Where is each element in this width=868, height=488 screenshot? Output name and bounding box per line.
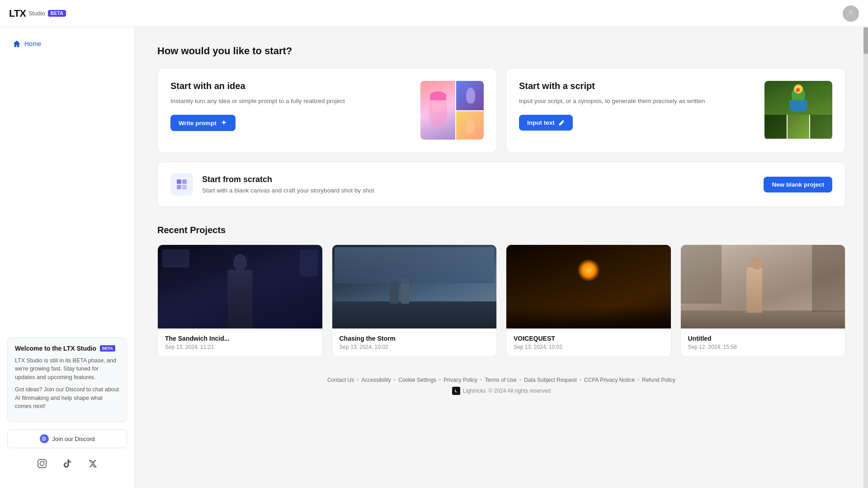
tiktok-icon[interactable] (59, 455, 75, 472)
script-thumb-1 (764, 115, 787, 139)
scratch-desc: Start with a blank canvas and craft your… (202, 187, 755, 194)
project-thumb-1 (332, 245, 497, 328)
page-heading: How would you like to start? (157, 45, 845, 57)
welcome-beta-badge: BETA (100, 345, 115, 352)
footer-copyright: © 2024 All rights reserved (489, 388, 551, 394)
logo-ltx-text: LTX (9, 8, 26, 19)
logo-beta-badge: BETA (48, 10, 66, 17)
project-thumb-0 (158, 245, 322, 328)
write-prompt-button[interactable]: Write prompt (170, 115, 236, 131)
lightricks-icon: L (452, 387, 460, 395)
start-idea-desc: Instantly turn any idea or simple prompt… (170, 97, 413, 106)
social-icons (7, 455, 127, 472)
discord-label: Join our Discord (52, 436, 95, 442)
new-blank-project-button[interactable]: New blank project (764, 177, 832, 192)
footer-links: Contact Us • Accessibility • Cookie Sett… (168, 377, 835, 383)
sidebar-bottom: Welcome to the LTX Studio BETA LTX Studi… (0, 330, 134, 479)
projects-grid: The Sandwich Incid... Sep 13, 2024, 11:2… (157, 244, 845, 357)
edit-icon (558, 120, 565, 126)
logo[interactable]: LTX Studio BETA (9, 8, 66, 19)
welcome-text-2: Got ideas? Join our Discord to chat abou… (15, 385, 119, 411)
page-footer: Contact Us • Accessibility • Cookie Sett… (157, 366, 845, 406)
footer-brand-name: Lightricks (463, 388, 486, 394)
logo-studio-text: Studio (28, 10, 45, 17)
project-name-0: The Sandwich Incid... (165, 335, 315, 342)
footer-link-accessibility[interactable]: Accessibility (361, 377, 391, 383)
welcome-title: Welcome to the LTX Studio BETA (15, 345, 119, 352)
main-layout: Home Welcome to the LTX Studio BETA LTX … (0, 0, 868, 488)
idea-img-sm1 (456, 81, 484, 110)
start-idea-image (420, 81, 484, 140)
start-script-image (764, 81, 832, 140)
twitter-x-icon[interactable] (85, 455, 101, 472)
project-card-1[interactable]: Chasing the Storm Sep 13, 2024, 10:02 (332, 244, 497, 357)
footer-brand: L Lightricks © 2024 All rights reserved (168, 387, 835, 395)
start-script-content: Start with a script Input your script, o… (519, 81, 757, 140)
project-date-2: Sep 13, 2024, 10:02 (514, 344, 664, 350)
footer-link-refund[interactable]: Refund Policy (642, 377, 675, 383)
welcome-box: Welcome to the LTX Studio BETA LTX Studi… (7, 337, 127, 422)
start-cards-grid: Start with an idea Instantly turn any id… (157, 68, 845, 153)
footer-link-data[interactable]: Data Subject Request (524, 377, 577, 383)
scrollbar-thumb[interactable] (863, 27, 868, 54)
scratch-icon (175, 178, 188, 191)
idea-img-sm2 (456, 111, 484, 140)
project-date-0: Sep 13, 2024, 11:21 (165, 344, 315, 350)
scratch-text: Start from scratch Start with a blank ca… (202, 175, 755, 194)
script-thumb-2 (788, 115, 810, 139)
svg-rect-4 (177, 179, 181, 184)
project-info-2: VOICEQUEST Sep 13, 2024, 10:02 (506, 328, 671, 357)
project-card-3[interactable]: Untitled Sep 12, 2024, 15:58 (680, 244, 846, 357)
input-text-button[interactable]: Input text (519, 115, 573, 131)
avatar[interactable] (843, 5, 859, 22)
svg-rect-6 (177, 185, 181, 189)
project-date-1: Sep 13, 2024, 10:02 (340, 344, 490, 350)
start-script-title: Start with a script (519, 81, 757, 91)
svg-point-3 (44, 461, 45, 462)
project-thumb-3 (681, 245, 845, 328)
discord-icon: D (40, 434, 49, 443)
discord-button[interactable]: D Join our Discord (7, 429, 127, 448)
start-idea-content: Start with an idea Instantly turn any id… (170, 81, 413, 140)
project-card-2[interactable]: VOICEQUEST Sep 13, 2024, 10:02 (506, 244, 671, 357)
footer-link-terms[interactable]: Terms of Use (485, 377, 517, 383)
app-header: LTX Studio BETA (0, 0, 868, 27)
start-scratch-row: Start from scratch Start with a blank ca… (157, 162, 845, 207)
footer-link-privacy[interactable]: Privacy Policy (443, 377, 477, 383)
footer-link-contact[interactable]: Contact Us (327, 377, 354, 383)
svg-rect-1 (38, 460, 46, 468)
project-card-0[interactable]: The Sandwich Incid... Sep 13, 2024, 11:2… (157, 244, 323, 357)
scratch-icon-box (170, 173, 193, 196)
start-script-card: Start with a script Input your script, o… (506, 68, 845, 153)
sidebar-nav: Home (0, 36, 134, 52)
scrollbar[interactable] (863, 27, 868, 488)
project-thumb-2 (506, 245, 671, 328)
svg-point-0 (849, 10, 853, 14)
project-name-2: VOICEQUEST (514, 335, 664, 342)
sidebar-home-label: Home (24, 40, 41, 47)
idea-img-large (420, 81, 455, 140)
sidebar: Home Welcome to the LTX Studio BETA LTX … (0, 27, 135, 488)
footer-link-cookie[interactable]: Cookie Settings (398, 377, 436, 383)
instagram-icon[interactable] (34, 455, 50, 472)
svg-rect-7 (182, 185, 187, 189)
svg-point-2 (40, 461, 44, 465)
start-idea-title: Start with an idea (170, 81, 413, 91)
sparkle-icon (220, 119, 227, 127)
main-content: How would you like to start? Start with … (135, 27, 868, 488)
project-info-0: The Sandwich Incid... Sep 13, 2024, 11:2… (158, 328, 322, 357)
project-date-3: Sep 12, 2024, 15:58 (688, 344, 838, 350)
footer-link-ccpa[interactable]: CCPA Privacy Notice (584, 377, 635, 383)
recent-projects-title: Recent Projects (157, 225, 845, 235)
start-idea-card: Start with an idea Instantly turn any id… (157, 68, 497, 153)
sidebar-item-home[interactable]: Home (7, 36, 127, 52)
project-info-3: Untitled Sep 12, 2024, 15:58 (681, 328, 845, 357)
project-name-3: Untitled (688, 335, 838, 342)
script-thumb-3 (810, 115, 832, 139)
start-script-desc: Input your script, or a synopsis, to gen… (519, 97, 757, 106)
home-icon (13, 40, 21, 48)
project-name-1: Chasing the Storm (340, 335, 490, 342)
welcome-text-1: LTX Studio is still in its BETA phase, a… (15, 357, 119, 382)
svg-rect-5 (182, 179, 187, 184)
scratch-title: Start from scratch (202, 175, 755, 184)
